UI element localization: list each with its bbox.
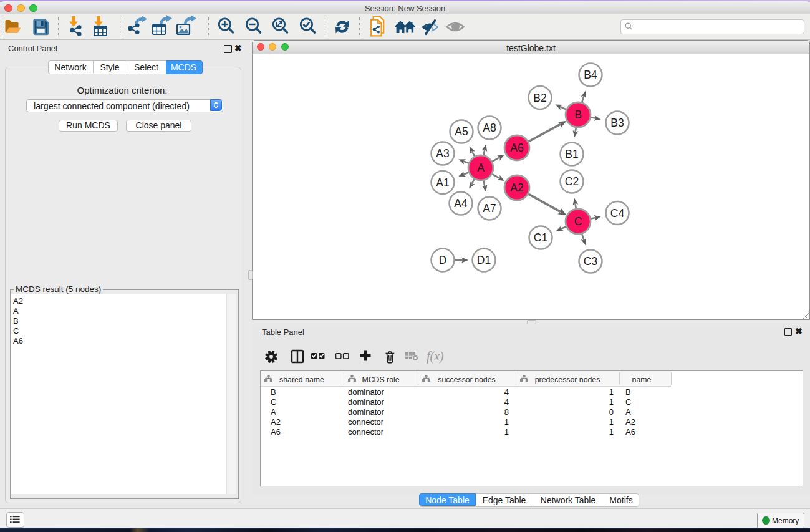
- svg-text:A8: A8: [483, 122, 496, 134]
- svg-text:A5: A5: [455, 125, 468, 138]
- svg-text:A4: A4: [454, 197, 468, 210]
- svg-text:C1: C1: [534, 231, 547, 244]
- svg-text:B4: B4: [584, 69, 597, 81]
- svg-text:D: D: [439, 254, 447, 266]
- svg-text:A3: A3: [436, 147, 449, 160]
- svg-text:A2: A2: [510, 181, 523, 194]
- svg-text:C2: C2: [565, 175, 579, 188]
- svg-text:A: A: [477, 162, 485, 174]
- svg-text:C4: C4: [610, 207, 625, 220]
- svg-text:A1: A1: [436, 177, 449, 189]
- svg-text:A6: A6: [510, 142, 523, 154]
- svg-text:B3: B3: [610, 117, 624, 129]
- svg-text:B1: B1: [565, 148, 578, 160]
- svg-text:D1: D1: [477, 254, 491, 266]
- svg-text:B: B: [574, 109, 582, 121]
- svg-text:C3: C3: [584, 255, 597, 268]
- svg-text:C: C: [574, 215, 582, 228]
- svg-text:f(x): f(x): [427, 349, 444, 364]
- svg-text:A7: A7: [483, 202, 496, 215]
- svg-text:B2: B2: [533, 92, 546, 104]
